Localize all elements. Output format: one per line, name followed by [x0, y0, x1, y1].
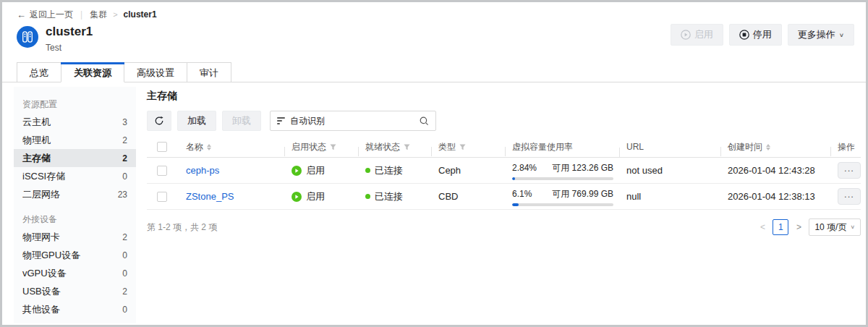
- filter-icon[interactable]: [459, 144, 466, 150]
- pagination: < 1 > 10 项/页 ∨: [758, 218, 861, 236]
- refresh-button[interactable]: [147, 111, 171, 131]
- tab-advanced-settings[interactable]: 高级设置: [124, 62, 187, 82]
- table-row: ceph-ps 启用 已连接 Ceph: [147, 158, 861, 184]
- filter-icon[interactable]: [404, 144, 410, 150]
- column-header-ready-state[interactable]: 就绪状态: [358, 141, 431, 153]
- sidebar-item-primary-storage[interactable]: 主存储 2: [14, 149, 136, 167]
- filter-icon[interactable]: [330, 144, 336, 150]
- column-header-url: URL: [619, 142, 720, 152]
- sidebar-item-physical-gpu[interactable]: 物理GPU设备 0: [14, 246, 136, 264]
- usage-progressbar: [512, 177, 613, 180]
- sidebar-item-l2-network[interactable]: 二层网络 23: [14, 185, 136, 203]
- column-header-capacity-usage: 虚拟容量使用率: [505, 141, 619, 153]
- column-header-type[interactable]: 类型: [431, 141, 505, 153]
- sort-icon[interactable]: [207, 144, 211, 150]
- usage-percent: 6.1%: [512, 189, 532, 199]
- main-content: 主存储 加载 卸载 自动识别: [147, 87, 861, 323]
- breadcrumb-current: cluster1: [124, 9, 157, 20]
- sidebar-item-usb[interactable]: USB设备 2: [14, 282, 136, 300]
- row-checkbox[interactable]: [157, 166, 167, 176]
- sidebar: 资源配置 云主机 3 物理机 2 主存储 2 iSCSI存储 0 二层网络 23…: [14, 87, 136, 323]
- cluster-icon: [17, 26, 38, 48]
- back-arrow-icon: ←: [17, 9, 26, 20]
- chevron-down-icon: ∨: [850, 224, 855, 230]
- enable-status-text: 启用: [306, 190, 325, 203]
- sidebar-item-physical-hosts[interactable]: 物理机 2: [14, 131, 136, 149]
- table-footer: 第 1-2 项，共 2 项 < 1 > 10 项/页 ∨: [147, 218, 861, 236]
- stop-circle-icon: [739, 30, 749, 40]
- sidebar-item-vgpu[interactable]: vGPU设备 0: [14, 264, 136, 282]
- primary-storage-link[interactable]: ZStone_PS: [186, 191, 234, 202]
- tab-overview[interactable]: 总览: [17, 62, 61, 82]
- filter-lines-icon: [277, 117, 285, 124]
- pagination-summary: 第 1-2 项，共 2 项: [147, 221, 217, 234]
- url-text: not used: [626, 165, 663, 176]
- sidebar-item-vm-instances[interactable]: 云主机 3: [14, 113, 136, 131]
- page-header: cluster1 Test 启用 停用 更多操作 ∨: [2, 20, 866, 59]
- sidebar-item-iscsi-storage[interactable]: iSCSI存储 0: [14, 167, 136, 185]
- unload-button[interactable]: 卸载: [222, 111, 261, 131]
- column-header-name[interactable]: 名称: [179, 141, 284, 153]
- column-header-enable-state[interactable]: 启用状态: [284, 141, 358, 153]
- disable-button[interactable]: 停用: [729, 24, 782, 46]
- usage-percent: 2.84%: [512, 163, 537, 173]
- created-time-text: 2026-01-04 12:38:13: [728, 191, 815, 202]
- ready-status-text: 已连接: [375, 164, 403, 177]
- select-all-checkbox[interactable]: [157, 142, 167, 152]
- sidebar-section-title: 资源配置: [14, 95, 136, 113]
- breadcrumb-section[interactable]: 集群: [90, 9, 107, 21]
- connected-dot-icon: [365, 168, 370, 173]
- pagination-prev-button[interactable]: <: [758, 222, 767, 232]
- content-title: 主存储: [147, 90, 861, 103]
- search-filter-text: 自动识别: [290, 115, 414, 127]
- breadcrumb-separator-icon: >: [113, 10, 117, 19]
- usage-available: 可用 123.26 GB: [552, 162, 613, 174]
- pagination-next-button[interactable]: >: [794, 222, 803, 232]
- page-title: cluster1: [46, 24, 93, 40]
- back-link-label: 返回上一页: [30, 9, 73, 21]
- primary-storage-link[interactable]: ceph-ps: [186, 165, 219, 176]
- tab-related-resources[interactable]: 关联资源: [61, 62, 124, 82]
- tab-audit[interactable]: 审计: [187, 62, 231, 82]
- page-size-select[interactable]: 10 项/页 ∨: [809, 218, 861, 236]
- more-actions-button[interactable]: 更多操作 ∨: [788, 24, 854, 46]
- ready-status-text: 已连接: [375, 190, 403, 203]
- table-row: ZStone_PS 启用 已连接 CB: [147, 184, 861, 210]
- sort-icon[interactable]: [766, 144, 770, 150]
- enable-status-text: 启用: [306, 164, 325, 177]
- sidebar-item-physical-nic[interactable]: 物理网卡 2: [14, 228, 136, 246]
- column-header-created-time[interactable]: 创建时间: [720, 141, 830, 153]
- back-link[interactable]: ← 返回上一页: [17, 9, 73, 21]
- enable-button[interactable]: 启用: [671, 24, 723, 46]
- breadcrumb-divider: |: [80, 9, 82, 20]
- page-size-value: 10 项/页: [814, 221, 846, 234]
- search-icon: [420, 116, 429, 126]
- storage-type-text: Ceph: [438, 165, 461, 176]
- usage-progressbar: [512, 203, 613, 206]
- capacity-usage-cell: 6.1% 可用 769.99 GB: [512, 187, 613, 206]
- row-checkbox[interactable]: [157, 192, 167, 202]
- sidebar-item-other-devices[interactable]: 其他设备 0: [14, 300, 136, 318]
- header-actions: 启用 停用 更多操作 ∨: [671, 24, 854, 46]
- enabled-status-icon: [292, 192, 302, 202]
- capacity-usage-cell: 2.84% 可用 123.26 GB: [512, 161, 613, 180]
- play-circle-icon: [681, 30, 691, 40]
- load-button[interactable]: 加载: [177, 111, 216, 131]
- enabled-status-icon: [292, 166, 302, 176]
- more-actions-label: 更多操作: [798, 28, 835, 41]
- chevron-down-icon: ∨: [839, 32, 844, 38]
- pagination-page-1[interactable]: 1: [773, 219, 788, 235]
- row-actions-button[interactable]: ...: [838, 162, 861, 179]
- column-header-actions: 操作: [830, 141, 861, 153]
- tab-bar: 总览 关联资源 高级设置 审计: [2, 61, 866, 82]
- table-header-row: 名称 启用状态 就绪状态 类型 虚拟容量使用率: [147, 137, 861, 158]
- search-input[interactable]: 自动识别: [270, 111, 436, 131]
- usage-available: 可用 769.99 GB: [552, 188, 613, 200]
- refresh-icon: [154, 116, 164, 126]
- url-text: null: [626, 191, 641, 202]
- disable-button-label: 停用: [753, 28, 772, 41]
- primary-storage-table: 名称 启用状态 就绪状态 类型 虚拟容量使用率: [147, 137, 861, 210]
- sidebar-section-title: 外接设备: [14, 211, 136, 228]
- breadcrumb: ← 返回上一页 | 集群 > cluster1: [2, 2, 866, 20]
- row-actions-button[interactable]: ...: [838, 188, 861, 205]
